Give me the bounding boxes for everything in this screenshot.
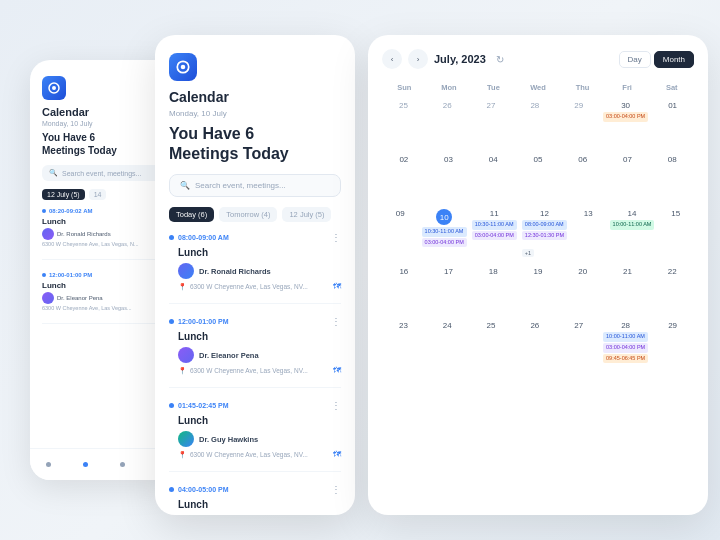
cal-cell[interactable]: 26 <box>513 318 556 370</box>
calendar-month-year: July, 2023 <box>434 53 486 65</box>
event-menu-icon[interactable]: ⋮ <box>331 400 341 411</box>
event-item-4: 04:00-05:00 PM ⋮ Lunch <box>169 484 341 515</box>
cal-cell[interactable]: 05 <box>516 152 560 204</box>
calendar-week-3: 09 10 10:30-11:00 AM 03:00-04:00 PM 11 1… <box>382 206 694 262</box>
cal-cell[interactable]: 08 <box>650 152 694 204</box>
cal-cell[interactable]: 28 <box>513 98 556 150</box>
cal-cell[interactable]: 29 <box>651 318 694 370</box>
mobile-search[interactable]: 🔍 Search event, meetings... <box>42 165 166 181</box>
cal-cell[interactable]: 25 <box>382 98 425 150</box>
avatar <box>178 347 194 363</box>
mobile-heading: You Have 6 Meetings Today <box>42 131 166 157</box>
cal-cell[interactable]: 14 10:00-11:00 AM <box>608 206 657 262</box>
tab-tomorrow[interactable]: Tomorrow (4) <box>219 207 277 222</box>
location-icon: 📍 <box>178 367 187 375</box>
cal-cell[interactable]: 19 <box>516 264 560 316</box>
cal-cell[interactable]: 11 10:30-11:00 AM 03:00-04:00 PM <box>470 206 519 262</box>
mobile-logo <box>42 76 66 100</box>
cal-cell[interactable]: 27 <box>557 318 600 370</box>
cal-cell[interactable]: 29 <box>557 98 600 150</box>
cal-event-pill: 10:00-11:00 AM <box>603 332 648 342</box>
location-icon: 📍 <box>178 283 187 291</box>
next-month-button[interactable]: › <box>408 49 428 69</box>
day-name-thu: Thu <box>560 81 605 94</box>
main-search-bar[interactable]: 🔍 Search event, meetings... <box>169 174 341 197</box>
event-person-row: Dr. Guy Hawkins <box>178 431 341 447</box>
map-icon[interactable]: 🗺 <box>333 366 341 375</box>
cal-cell[interactable]: 03 <box>427 152 471 204</box>
cal-cell[interactable]: 30 03:00-04:00 PM <box>601 98 650 150</box>
cal-cell[interactable]: 12 08:00-09:00 AM 12:30-01:30 PM +1 <box>520 206 569 262</box>
nav-dot[interactable] <box>120 462 125 467</box>
cal-cell[interactable]: 17 <box>427 264 471 316</box>
cal-cell[interactable]: 23 <box>382 318 425 370</box>
cal-cell[interactable]: 21 <box>606 264 650 316</box>
calendar-grid: Sun Mon Tue Wed Thu Fri Sat 25 26 27 28 … <box>382 81 694 370</box>
main-heading: You Have 6 Meetings Today <box>169 124 341 164</box>
cal-cell[interactable]: 26 <box>426 98 469 150</box>
event-time-row: 12:00-01:00 PM <box>169 318 229 325</box>
event-time: 08:00-09:00 AM <box>178 234 229 241</box>
tab-today[interactable]: Today (6) <box>169 207 214 222</box>
svg-point-1 <box>52 86 56 90</box>
refresh-icon[interactable]: ↻ <box>496 54 504 65</box>
event-menu-icon[interactable]: ⋮ <box>331 232 341 243</box>
event-header: 12:00-01:00 PM ⋮ <box>169 316 341 327</box>
tab-12july[interactable]: 12 July (5) <box>282 207 331 222</box>
event-menu-icon[interactable]: ⋮ <box>331 484 341 495</box>
search-placeholder: Search event, meetings... <box>195 181 286 190</box>
cal-cell[interactable]: 06 <box>561 152 605 204</box>
cal-event-pill: 12:30-01:30 PM <box>522 231 567 241</box>
more-events-count: +1 <box>522 249 534 257</box>
mobile-tab-other[interactable]: 14 <box>89 189 107 200</box>
cal-cell[interactable]: 02 <box>382 152 426 204</box>
cal-cell[interactable]: 20 <box>561 264 605 316</box>
mobile-date: Monday, 10 July <box>42 120 166 127</box>
day-name-fri: Fri <box>605 81 650 94</box>
event-time: 12:00-01:00 PM <box>49 272 92 278</box>
cal-cell-today[interactable]: 10 10:30-11:00 AM 03:00-04:00 PM <box>420 206 469 262</box>
day-name-wed: Wed <box>516 81 561 94</box>
avatar <box>178 431 194 447</box>
cal-cell[interactable]: 27 <box>470 98 513 150</box>
cal-cell[interactable]: 07 <box>606 152 650 204</box>
event-address: 📍 6300 W Cheyenne Ave, Las Vegas, NV... … <box>178 450 341 459</box>
cal-cell[interactable]: 28 10:00-11:00 AM 03:00-04:00 PM 09:45-0… <box>601 318 650 370</box>
event-menu-icon[interactable]: ⋮ <box>331 316 341 327</box>
cal-event-pill: 10:30-11:00 AM <box>472 220 517 230</box>
map-icon[interactable]: 🗺 <box>333 450 341 459</box>
cal-cell[interactable]: 13 <box>570 206 607 262</box>
cal-cell[interactable]: 16 <box>382 264 426 316</box>
prev-month-button[interactable]: ‹ <box>382 49 402 69</box>
cal-cell[interactable]: 15 <box>657 206 694 262</box>
main-tabs: Today (6) Tomorrow (4) 12 July (5) <box>169 207 341 222</box>
main-app-title: Calendar <box>169 89 341 105</box>
event-item-3: 01:45-02:45 PM ⋮ Lunch Dr. Guy Hawkins 📍… <box>169 400 341 472</box>
doctor-name: Dr. Ronald Richards <box>57 231 111 237</box>
event-dot <box>169 235 174 240</box>
view-month-button[interactable]: Month <box>654 51 694 68</box>
cal-event-pill: 03:00-04:00 PM <box>603 343 648 353</box>
cal-cell[interactable]: 04 <box>471 152 515 204</box>
avatar <box>42 292 54 304</box>
calendar-header: ‹ › July, 2023 ↻ Day Month <box>382 49 694 69</box>
cal-cell[interactable]: 22 <box>650 264 694 316</box>
map-icon[interactable]: 🗺 <box>333 282 341 291</box>
mobile-event-1: 08:20-09:02 AM Lunch Dr. Ronald Richards… <box>42 208 166 260</box>
cal-cell[interactable]: 24 <box>426 318 469 370</box>
main-logo <box>169 53 197 81</box>
nav-dot[interactable] <box>46 462 51 467</box>
view-day-button[interactable]: Day <box>619 51 651 68</box>
nav-dot-active[interactable] <box>83 462 88 467</box>
event-title: Lunch <box>178 247 341 258</box>
cal-cell[interactable]: 09 <box>382 206 419 262</box>
cal-cell[interactable]: 18 <box>471 264 515 316</box>
cal-cell[interactable]: 01 <box>651 98 694 150</box>
event-title: Lunch <box>178 499 341 510</box>
cal-cell[interactable]: 25 <box>470 318 513 370</box>
event-time: 12:00-01:00 PM <box>178 318 229 325</box>
event-time-row: 04:00-05:00 PM <box>169 486 229 493</box>
mobile-tabs: 12 July (5) 14 <box>42 189 166 200</box>
event-title: Lunch <box>42 281 166 290</box>
mobile-tab-today[interactable]: 12 July (5) <box>42 189 85 200</box>
